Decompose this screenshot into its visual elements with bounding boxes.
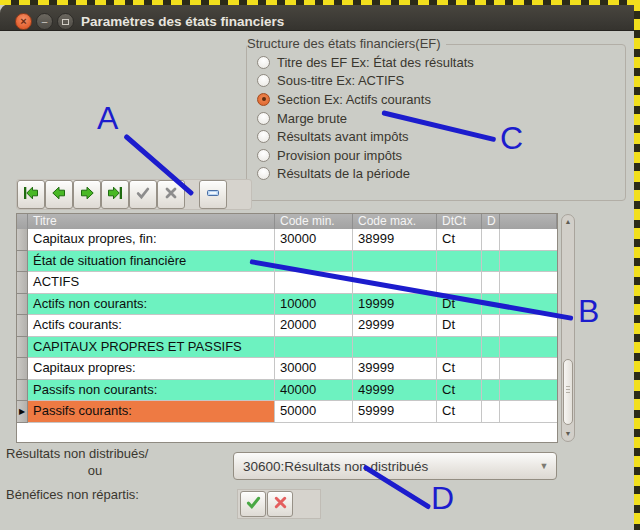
cell-d xyxy=(482,380,500,402)
maximize-glyph xyxy=(62,19,69,25)
radio-label: Sous-titre Ex: ACTIFS xyxy=(277,73,404,88)
table-row[interactable]: Actifs courants:2000029999Dt xyxy=(17,315,557,337)
records-table-body: Capitaux propres, fin:3000038999CtÉtat d… xyxy=(17,229,557,423)
table-row[interactable]: Passifs non courants:4000049999Ct xyxy=(17,380,557,402)
row-selector-cell[interactable] xyxy=(17,229,28,251)
cell-d xyxy=(482,272,500,294)
cell-titre: Actifs courants: xyxy=(28,315,275,337)
cell-dtct: Ct xyxy=(437,380,482,402)
radio-label: Titre des EF Ex: État des résultats xyxy=(277,55,474,70)
column-header-code-min[interactable]: Code min. xyxy=(275,214,353,229)
cell-fill xyxy=(500,229,557,251)
table-row[interactable]: ACTIFS xyxy=(17,272,557,294)
maximize-icon[interactable] xyxy=(57,13,74,30)
cell-max: 39999 xyxy=(353,358,437,380)
table-row[interactable]: CAPITAUX PROPRES ET PASSIFS xyxy=(17,337,557,359)
scrollbar-thumb[interactable] xyxy=(563,359,573,425)
delete-record-button[interactable] xyxy=(199,180,227,209)
cell-fill xyxy=(500,251,557,273)
next-record-button[interactable] xyxy=(73,180,101,209)
chevron-down-icon: ▼ xyxy=(532,461,556,471)
cell-min: 20000 xyxy=(275,315,353,337)
radio-option-6[interactable]: Résultats de la période xyxy=(257,165,619,184)
cross-red-icon xyxy=(272,494,289,515)
cell-max: 59999 xyxy=(353,401,437,423)
radio-label: Résultats de la période xyxy=(277,166,410,181)
cell-titre: État de situation financière xyxy=(28,251,275,273)
structure-radio-list: Titre des EF Ex: État des résultatsSous-… xyxy=(257,53,619,183)
retained-earnings-combobox[interactable]: 30600:Résultats non distribués ▼ xyxy=(233,452,557,480)
radio-option-4[interactable]: Résultats avant impôts xyxy=(257,127,619,146)
radio-option-0[interactable]: Titre des EF Ex: État des résultats xyxy=(257,53,619,72)
scrollbar-down-icon[interactable]: ▼ xyxy=(562,428,574,440)
radio-circle xyxy=(257,74,270,87)
radio-circle xyxy=(257,149,270,162)
cell-dtct xyxy=(437,337,482,359)
radio-option-5[interactable]: Provision pour impôts xyxy=(257,146,619,165)
row-selector-cell[interactable] xyxy=(17,315,28,337)
table-row[interactable]: Capitaux propres:3000039999Ct xyxy=(17,358,557,380)
arrow-prior-icon xyxy=(51,185,67,205)
post-record-button[interactable] xyxy=(129,180,157,209)
column-header-titre[interactable]: Titre xyxy=(28,214,275,229)
row-selector-cell[interactable] xyxy=(17,337,28,359)
current-row-marker[interactable]: ▶ xyxy=(17,401,28,423)
cell-titre: Actifs non courants: xyxy=(28,294,275,316)
radio-circle xyxy=(257,93,270,106)
radio-option-1[interactable]: Sous-titre Ex: ACTIFS xyxy=(257,72,619,91)
cell-dtct: Ct xyxy=(437,229,482,251)
column-header-code-max[interactable]: Code max. xyxy=(353,214,437,229)
cell-fill xyxy=(500,380,557,402)
table-row[interactable]: ▶Passifs courants:5000059999Ct xyxy=(17,401,557,423)
row-selector-cell[interactable] xyxy=(17,251,28,273)
table-header-row: Titre Code min. Code max. DtCt D xyxy=(17,214,557,229)
column-header-filler xyxy=(500,214,557,229)
cell-titre: ACTIFS xyxy=(28,272,275,294)
dialog-window: × – Paramètres des états financiers Stru… xyxy=(0,0,640,530)
row-selector-cell[interactable] xyxy=(17,380,28,402)
annotation-letter-c: C xyxy=(500,120,523,157)
refresh-record-button[interactable] xyxy=(227,180,251,209)
minimize-icon[interactable]: – xyxy=(36,13,53,30)
combobox-selected-value: 30600:Résultats non distribués xyxy=(234,459,532,474)
row-selector-cell[interactable] xyxy=(17,358,28,380)
cell-min xyxy=(275,337,353,359)
cell-dtct: Ct xyxy=(437,401,482,423)
row-selector-cell[interactable] xyxy=(17,272,28,294)
dashed-border-top xyxy=(0,0,640,5)
selector-header-cell xyxy=(17,214,28,229)
radio-label: Marge brute xyxy=(277,111,347,126)
column-header-d[interactable]: D xyxy=(482,214,500,229)
cell-dtct xyxy=(437,251,482,273)
title-bar[interactable]: × – Paramètres des états financiers xyxy=(0,4,640,31)
prior-record-button[interactable] xyxy=(45,180,73,209)
radio-circle xyxy=(257,112,270,125)
table-row[interactable]: Capitaux propres, fin:3000038999Ct xyxy=(17,229,557,251)
row-selector-cell[interactable] xyxy=(17,294,28,316)
table-scrollbar[interactable]: ▲ ▼ xyxy=(561,214,575,442)
cell-fill xyxy=(500,358,557,380)
cross-gray-icon xyxy=(163,185,179,205)
annotation-letter-b: B xyxy=(578,293,599,330)
cell-titre: Passifs non courants: xyxy=(28,380,275,402)
cell-d xyxy=(482,229,500,251)
cancel-button[interactable] xyxy=(267,491,293,517)
cell-fill xyxy=(500,337,557,359)
arrow-first-icon xyxy=(23,185,39,205)
cell-dtct: Dt xyxy=(437,315,482,337)
first-record-button[interactable] xyxy=(17,180,45,209)
cell-min: 30000 xyxy=(275,229,353,251)
ok-button[interactable] xyxy=(240,491,266,517)
cell-max: 49999 xyxy=(353,380,437,402)
radio-circle xyxy=(257,130,270,143)
close-icon[interactable]: × xyxy=(15,13,32,30)
cell-min: 10000 xyxy=(275,294,353,316)
last-record-button[interactable] xyxy=(101,180,129,209)
table-row[interactable]: Actifs non courants:1000019999Dt xyxy=(17,294,557,316)
arrow-next-icon xyxy=(79,185,95,205)
scrollbar-up-icon[interactable]: ▲ xyxy=(562,216,574,228)
radio-option-2[interactable]: Section Ex: Actifs courants xyxy=(257,90,619,109)
column-header-dtct[interactable]: DtCt xyxy=(437,214,482,229)
cell-fill xyxy=(500,272,557,294)
record-navigator-toolbar xyxy=(16,179,252,210)
